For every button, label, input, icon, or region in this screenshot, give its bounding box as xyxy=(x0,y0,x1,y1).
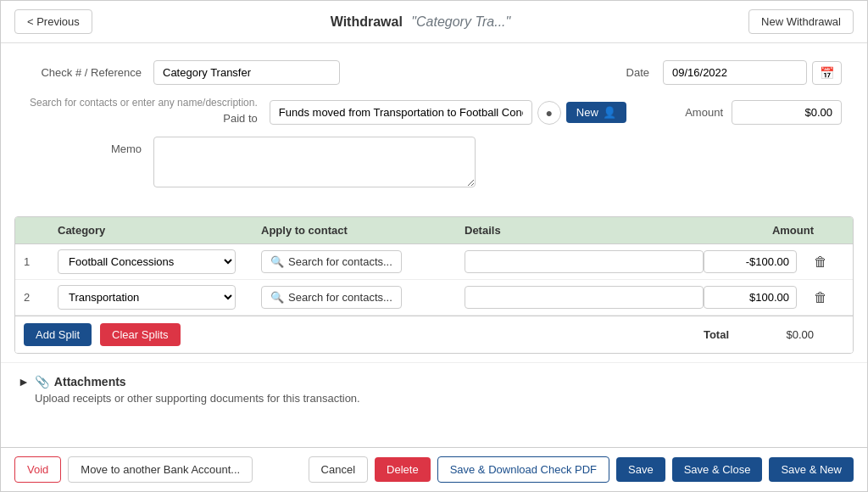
calendar-button[interactable]: 📅 xyxy=(812,61,842,85)
details-input-1[interactable] xyxy=(465,250,704,273)
amount-label: Amount xyxy=(685,106,723,119)
memo-input[interactable] xyxy=(153,137,476,187)
table-row: 1 Football Concessions Transportation Ge… xyxy=(15,244,853,280)
title-bold: Withdrawal xyxy=(331,14,403,29)
delete-button[interactable]: Delete xyxy=(375,457,431,482)
new-contact-label: New xyxy=(576,106,598,119)
category-select-2[interactable]: Football Concessions Transportation Gene… xyxy=(58,285,236,310)
total-amount: $0.00 xyxy=(746,328,814,341)
delete-row-2-button[interactable]: 🗑 xyxy=(814,290,827,305)
paperclip-icon: 📎 xyxy=(35,375,49,389)
col-delete-header xyxy=(814,224,844,237)
splits-header: Category Apply to contact Details Amount xyxy=(15,217,853,244)
splits-footer: Add Split Clear Splits Total $0.00 xyxy=(15,316,853,353)
clear-contact-button[interactable]: ● xyxy=(537,101,561,125)
check-ref-input[interactable] xyxy=(153,60,340,85)
date-label: Date xyxy=(626,66,649,79)
attachments-title-text: Attachments xyxy=(54,375,126,389)
chevron-right-icon: ► xyxy=(18,375,30,389)
search-contacts-button-2[interactable]: 🔍 Search for contacts... xyxy=(261,286,402,309)
save-button[interactable]: Save xyxy=(616,457,665,482)
details-input-2[interactable] xyxy=(465,286,704,309)
table-row: 2 Football Concessions Transportation Ge… xyxy=(15,280,853,316)
save-pdf-button[interactable]: Save & Download Check PDF xyxy=(437,456,609,483)
new-contact-button[interactable]: New 👤 xyxy=(566,102,626,123)
total-label: Total xyxy=(704,328,729,341)
row-num-2: 2 xyxy=(24,291,58,304)
paid-to-label: Paid to xyxy=(223,112,257,125)
col-category-header: Category xyxy=(58,224,261,237)
user-icon: 👤 xyxy=(603,106,616,119)
save-new-button[interactable]: Save & New xyxy=(769,457,854,482)
new-withdrawal-button[interactable]: New Withdrawal xyxy=(748,9,854,34)
attachments-section: ► 📎 Attachments Upload receipts or other… xyxy=(1,362,867,413)
attachments-subtitle: Upload receipts or other supporting docu… xyxy=(35,392,850,405)
previous-button[interactable]: < Previous xyxy=(14,9,92,34)
clear-splits-button[interactable]: Clear Splits xyxy=(100,323,180,346)
void-button[interactable]: Void xyxy=(14,456,61,483)
amount-input[interactable] xyxy=(732,100,842,125)
search-icon-2: 🔍 xyxy=(270,291,284,304)
search-icon-1: 🔍 xyxy=(270,255,284,268)
split-amount-2[interactable] xyxy=(704,286,797,309)
footer-bar: Void Move to another Bank Account... Can… xyxy=(1,447,867,491)
cancel-button[interactable]: Cancel xyxy=(309,456,368,483)
add-split-button[interactable]: Add Split xyxy=(24,323,92,346)
col-apply-header: Apply to contact xyxy=(261,224,465,237)
move-bank-button[interactable]: Move to another Bank Account... xyxy=(68,456,253,483)
memo-label: Memo xyxy=(26,137,153,155)
split-amount-1[interactable] xyxy=(704,250,797,273)
paid-to-hint: Search for contacts or enter any name/de… xyxy=(30,97,258,109)
title-subtitle: "Category Tra..." xyxy=(411,14,510,29)
paid-to-input[interactable] xyxy=(270,100,532,125)
row-num-1: 1 xyxy=(24,255,58,268)
col-amount-header: Amount xyxy=(704,224,814,237)
splits-section: Category Apply to contact Details Amount… xyxy=(14,216,854,354)
category-select-1[interactable]: Football Concessions Transportation Gene… xyxy=(58,249,236,274)
delete-row-1-button[interactable]: 🗑 xyxy=(814,254,827,270)
date-input[interactable] xyxy=(663,60,807,85)
search-contacts-label-1: Search for contacts... xyxy=(288,255,392,268)
save-close-button[interactable]: Save & Close xyxy=(672,457,763,482)
check-ref-label: Check # / Reference xyxy=(26,60,153,79)
col-num-header xyxy=(24,224,58,237)
page-title: Withdrawal "Category Tra..." xyxy=(331,14,511,30)
attachments-toggle[interactable]: ► 📎 Attachments xyxy=(18,375,850,389)
search-contacts-label-2: Search for contacts... xyxy=(288,291,392,304)
search-contacts-button-1[interactable]: 🔍 Search for contacts... xyxy=(261,250,402,273)
col-details-header: Details xyxy=(465,224,704,237)
